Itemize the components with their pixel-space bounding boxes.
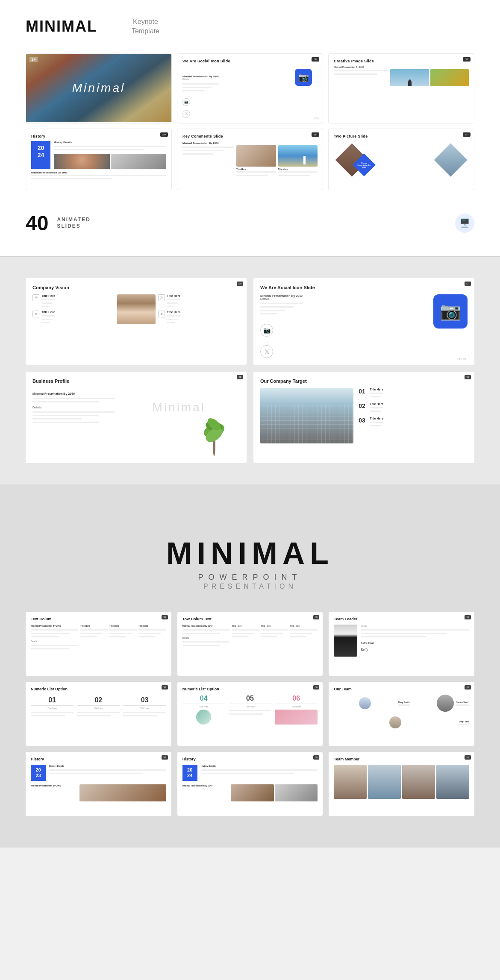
team-avatar-center: [437, 695, 454, 712]
history2023-content: 20 23 History Details: [31, 765, 166, 781]
history2023-img: [79, 784, 166, 801]
team-avatar-3: [389, 716, 401, 728]
history2023-badge: SP: [162, 755, 168, 760]
numeric2-item-1: 04 Title Here: [182, 695, 225, 726]
social-sub: Minimal Presentation By 2040 Details: [182, 75, 219, 92]
team-leader-label: Team Leader: [334, 617, 469, 621]
numeric2-items: 04 Title Here 05 Title Here 06: [182, 695, 318, 726]
cover-badge: SP: [29, 57, 38, 62]
numeric1-items: 01 Title Here 02 Title Here: [31, 696, 166, 717]
history-content: 20 24 History Details: [31, 141, 166, 169]
biz-label: Business Profile: [32, 379, 240, 384]
header: MINIMAL Keynote Template: [26, 17, 474, 36]
social-lg-label: We Are Social Icon Slide: [260, 285, 468, 290]
slide-numeric-2[interactable]: Numeric List Option SP 04 Title Here 05 …: [177, 682, 323, 746]
our-team-members: Mary Smith James Smith: [334, 695, 469, 730]
bottom-row-2: Numeric List Option SP 01 Title Here 02 …: [26, 682, 474, 746]
member-photo-4: [436, 765, 469, 799]
numeric1-badge: SP: [162, 685, 168, 690]
numeric2-label: Numeric List Option: [182, 687, 318, 691]
target-badge: SP: [465, 375, 471, 379]
vision-icon-4: ◈: [158, 311, 165, 317]
our-team-label: Our Team: [334, 687, 469, 691]
bottom-row-1: Text Colum SP Minimal Presentation By 20…: [26, 612, 474, 676]
biz-content: Minimal Presentation By 2040 Details Min…: [32, 388, 240, 456]
slide-social-badge: SP: [312, 57, 319, 62]
target-item-2: 02 Title Here: [359, 402, 468, 413]
two-col-badge: SP: [313, 615, 320, 619]
history2024-img2: [275, 784, 318, 801]
target-item-3: 03 Title Here: [359, 417, 468, 427]
slide-key-inner: Key Comments Slide SP Minimal Presentati…: [177, 129, 323, 189]
slide-our-team[interactable]: Our Team SP Mary Smith James Smith: [329, 682, 474, 746]
numeric1-label: Numeric List Option: [31, 687, 166, 691]
top-slides-grid: SP Minimal We Are Social Icon Slide SP M…: [26, 53, 474, 123]
minimal-title-area: MINIMAL POWERPOINT PRESENTATION: [26, 510, 474, 612]
slide-numeric-1[interactable]: Numeric List Option SP 01 Title Here 02 …: [26, 682, 171, 746]
minimal-title: MINIMAL: [26, 536, 474, 571]
hist-face-img: [54, 154, 110, 169]
team-avatar-1: [359, 697, 371, 709]
leader-photo: [334, 625, 357, 657]
slide-cover[interactable]: SP Minimal: [26, 53, 172, 123]
vision-right: ◎ Title Here ◈ Tit: [158, 294, 240, 324]
brand-subtitle: Keynote Template: [132, 17, 159, 36]
slide-key-label: Key Comments Slide: [182, 134, 318, 138]
comment-img-lighthouse: [278, 145, 318, 167]
slide-company-target[interactable]: Our Company Target SP 01 Title Here: [253, 372, 474, 463]
slide-team-leader[interactable]: Team Leader SP Details Kelly Swan Kelly: [329, 612, 474, 676]
section-mid: Company Vision SP ◎ Title Here: [0, 257, 500, 484]
vision-label: Company Vision: [32, 285, 240, 290]
target-building-img: [260, 388, 353, 443]
vision-left: ◎ Title Here ◈ Tit: [32, 294, 115, 324]
vision-item-2: ◈ Title Here: [32, 311, 115, 324]
slide-history-2024[interactable]: History SP 20 24 History Details Minimal…: [177, 752, 323, 816]
numeric1-item-3: 03 Title Here: [123, 696, 166, 717]
target-items: 01 Title Here 02 Title Here: [359, 388, 468, 443]
numeric2-pink-img: [275, 710, 318, 725]
numeric1-item-1: 01 Title Here: [31, 696, 74, 717]
slide-creative[interactable]: Creative Image Slide SP Minimal Presenta…: [328, 53, 474, 123]
icon-twitter: 𝕏: [182, 110, 190, 118]
slide-two-pic-badge: SP: [463, 132, 471, 137]
social-content: Minimal Presentation By 2040 Details 📷 𝕏: [182, 67, 318, 118]
slide-business-profile[interactable]: Business Profile SP Minimal Presentation…: [26, 372, 247, 463]
counter-section: 40 ANIMATED SLIDES 🖥️: [26, 203, 474, 235]
slide-history-label: History: [31, 134, 166, 138]
history2023-year: 20 23: [31, 765, 46, 781]
slide-company-vision[interactable]: Company Vision SP ◎ Title Here: [26, 278, 247, 365]
slide-text-column[interactable]: Text Colum SP Minimal Presentation By 20…: [26, 612, 171, 676]
slide-team-member[interactable]: Team Member SP: [329, 752, 474, 816]
slide-two-col-text[interactable]: Tow Colum Text SP Minimal Presentation B…: [177, 612, 323, 676]
slide-history-inner: History SP 20 24 History Details: [26, 129, 171, 189]
history2024-content: 20 24 History Details: [182, 765, 318, 781]
icon-label: ICON: [314, 117, 320, 120]
slide-two-picture[interactable]: Two Picture Slide SP Minimal Presentatio…: [328, 129, 474, 190]
target-label: Our Company Target: [260, 379, 468, 384]
slide-social-icon[interactable]: We Are Social Icon Slide SP Minimal Pres…: [177, 53, 323, 123]
vision-item-4: ◈ Title Here: [158, 311, 240, 324]
instagram-icon: 📷: [295, 69, 312, 86]
slide-social-label: We Are Social Icon Slide: [182, 59, 318, 63]
animated-label: ANIMATED SLIDES: [57, 217, 90, 230]
section-top: MINIMAL Keynote Template SP Minimal We A…: [0, 0, 500, 256]
slide-key-comments[interactable]: Key Comments Slide SP Minimal Presentati…: [177, 129, 323, 190]
team-member-label: Team Member: [334, 757, 469, 761]
numeric2-teal-img: [196, 710, 211, 725]
slide-history[interactable]: History SP 20 24 History Details: [26, 129, 172, 190]
social-lg-badge: SP: [465, 282, 471, 286]
slide-social-lg[interactable]: We Are Social Icon Slide SP Minimal Pres…: [253, 278, 474, 365]
history2024-year: 20 24: [182, 765, 197, 781]
team-members-photos: [334, 765, 469, 799]
presentation-sub: PRESENTATION: [26, 583, 474, 590]
slide-creative-inner: Creative Image Slide SP Minimal Presenta…: [329, 54, 474, 114]
member-photo-2: [368, 765, 401, 799]
slide-history-2023[interactable]: History SP 20 23 History Details Minimal…: [26, 752, 171, 816]
vision-grid: ◎ Title Here ◈ Tit: [32, 294, 240, 324]
keynote-icon: 🖥️: [455, 214, 474, 233]
biz-badge: SP: [237, 375, 243, 379]
slide-two-pic-label: Two Picture Slide: [334, 134, 469, 138]
vision-item-3: ◎ Title Here: [158, 294, 240, 308]
team-leader-content: Details Kelly Swan Kelly: [334, 625, 469, 657]
social-lg-icon-label: ICON: [459, 358, 466, 361]
